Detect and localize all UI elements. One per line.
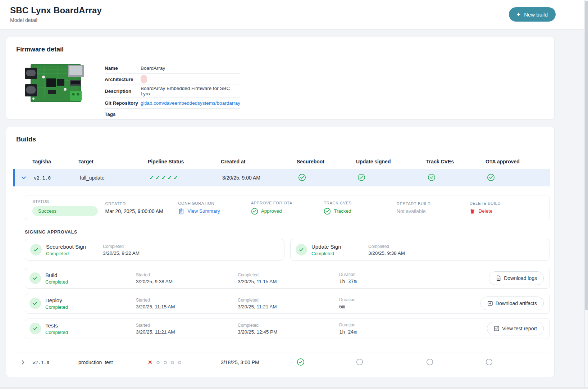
completed-label: Completed: [238, 323, 339, 328]
sign-status: Completed: [46, 251, 103, 256]
track-cves-status: [428, 173, 487, 182]
completed-label: Completed: [238, 298, 339, 303]
chevron-down-icon[interactable]: [21, 175, 27, 181]
delete-build-cell: DELETE BUILD Delete: [469, 201, 542, 214]
duration-label: Duration: [339, 297, 429, 302]
created-cell: CREATED Mar 20, 2025, 9:00:00 AM: [105, 202, 178, 214]
circle-check-icon: [357, 173, 365, 181]
col-track-cves: Track CVEs: [426, 159, 486, 164]
clipboard-icon: [178, 208, 184, 214]
empty-circle-icon: [356, 358, 363, 366]
circle-check-icon: [251, 208, 258, 215]
build-row-full-update[interactable]: v2.1.0 full_update ✓ ✓ ✓ ✓ ✓ 3/20/25, 9:…: [13, 169, 550, 186]
sign-name: Update Sign: [311, 244, 368, 250]
completed-label: Completed: [103, 244, 140, 249]
track-cves-label: TRACK CVES: [324, 201, 397, 205]
vertical-scrollbar[interactable]: [584, 0, 588, 387]
trash-icon[interactable]: [469, 208, 475, 214]
builds-card: Builds Tag/sha Target Pipeline Status Cr…: [6, 127, 555, 377]
x-mark-icon: ✕: [148, 359, 152, 366]
status-badge: Success: [32, 206, 98, 216]
build-detail-panel: STATUS Success CREATED Mar 20, 2025, 9:0…: [25, 195, 550, 340]
started-label: Started: [136, 272, 238, 277]
builds-title: Builds: [16, 136, 554, 143]
duration-value: 1h 24m: [339, 329, 429, 335]
download-logs-button[interactable]: Download logs: [489, 271, 544, 285]
scrollbar-thumb[interactable]: [585, 1, 588, 310]
stage-status: Completed: [45, 330, 136, 335]
download-artifacts-button[interactable]: Download artifacts: [480, 297, 544, 310]
download-logs-label: Download logs: [504, 275, 537, 281]
check-circle-icon: [29, 298, 41, 309]
track-cves-cell: TRACK CVES Tracked: [324, 201, 397, 215]
build-target: full_update: [80, 175, 149, 181]
stage-name: Tests: [45, 322, 136, 329]
started-value: 3/20/25, 11:21 AM: [136, 329, 238, 335]
architecture-badge: [141, 75, 147, 83]
field-row-git: Git Repository gitlab.com/daveembeddedsy…: [105, 98, 240, 109]
delete-build-label: DELETE BUILD: [469, 201, 542, 205]
restart-not-available: Not available: [397, 208, 470, 214]
build-info-strip: STATUS Success CREATED Mar 20, 2025, 9:0…: [25, 195, 550, 220]
build-tag: v2.1.0: [32, 360, 78, 365]
created-value: Mar 20, 2025, 9:00:00 AM: [105, 208, 178, 214]
description-label: Description: [105, 89, 141, 94]
duration-label: Duration: [339, 272, 429, 277]
chevron-right-icon[interactable]: [20, 359, 26, 365]
page-subtitle: Model detail: [10, 17, 588, 23]
architecture-label: Architecture: [105, 77, 141, 82]
pending-dot-icon: [171, 361, 174, 364]
started-value: 3/20/25, 9:38 AM: [136, 279, 238, 284]
circle-check-icon: [428, 173, 436, 181]
secureboot-sign-card: Secureboot Sign Completed Completed 3/20…: [25, 239, 284, 261]
empty-circle-icon: [426, 358, 433, 366]
field-row-tags: Tags: [105, 109, 240, 120]
started-value: 3/20/25, 11:15 AM: [136, 304, 238, 309]
field-row-description: Description BoardArray Embedded Firmware…: [105, 85, 240, 98]
circle-check-icon: [487, 173, 495, 181]
page-header: SBC Lynx BoardArray Model detail + New b…: [0, 0, 588, 30]
view-summary-link[interactable]: View Summary: [187, 208, 220, 214]
col-ota-approved: OTA approved: [486, 159, 550, 164]
stage-status: Completed: [45, 279, 136, 285]
created-label: CREATED: [105, 202, 178, 206]
board-photo: [23, 63, 87, 104]
circle-check-icon: [297, 358, 305, 366]
circle-check-icon: [324, 208, 331, 215]
archive-download-icon: [487, 300, 493, 306]
approve-ota-label: APPROVE FOR OTA: [251, 201, 324, 205]
sign-status: Completed: [311, 251, 368, 256]
update-signed-status: [357, 173, 428, 182]
completed-value: 3/20/25, 9:22 AM: [103, 250, 140, 256]
build-row-production-test[interactable]: v2.1.0 production_test ✕ 3/18/25, 3:00 P…: [13, 353, 550, 372]
stage-row-deploy: Deploy Completed Started 3/20/25, 11:15 …: [25, 293, 550, 314]
build-target: production_test: [78, 359, 148, 365]
stage-status: Completed: [45, 304, 136, 310]
track-cves-status: [426, 358, 486, 367]
completed-value: 3/20/25, 12:45 PM: [238, 329, 339, 335]
firmware-fields: Name BoardArray Architecture Description…: [105, 63, 240, 120]
secureboot-status: [298, 173, 357, 182]
page-title: SBC Lynx BoardArray: [10, 5, 588, 15]
delete-link[interactable]: Delete: [478, 208, 492, 214]
check-circle-icon: [296, 244, 307, 255]
pending-dot-icon: [178, 361, 181, 364]
duration-label: Duration: [339, 322, 429, 327]
col-tag-sha: Tag/sha: [32, 159, 78, 164]
status-label: STATUS: [32, 199, 105, 204]
completed-label: Completed: [368, 244, 405, 249]
col-secureboot: Secureboot: [297, 159, 356, 164]
stage-row-build: Build Completed Started 3/20/25, 9:38 AM…: [25, 268, 550, 289]
new-build-button[interactable]: + New build: [509, 7, 556, 22]
firmware-detail-card: Firmware detail: [6, 37, 555, 119]
completed-value: 3/20/25, 11:15 AM: [238, 279, 339, 284]
window-bottom-edge: [0, 387, 588, 389]
tracked-value: Tracked: [334, 208, 351, 214]
check-circle-icon: [29, 272, 41, 284]
tags-label: Tags: [105, 112, 141, 117]
git-repository-link[interactable]: gitlab.com/daveembeddedsystems/boardarra…: [141, 100, 240, 106]
completed-label: Completed: [238, 272, 339, 277]
view-test-report-button[interactable]: View test report: [487, 322, 544, 335]
build-created-at: 3/18/25, 3:00 PM: [221, 359, 297, 365]
file-icon: [496, 275, 501, 281]
